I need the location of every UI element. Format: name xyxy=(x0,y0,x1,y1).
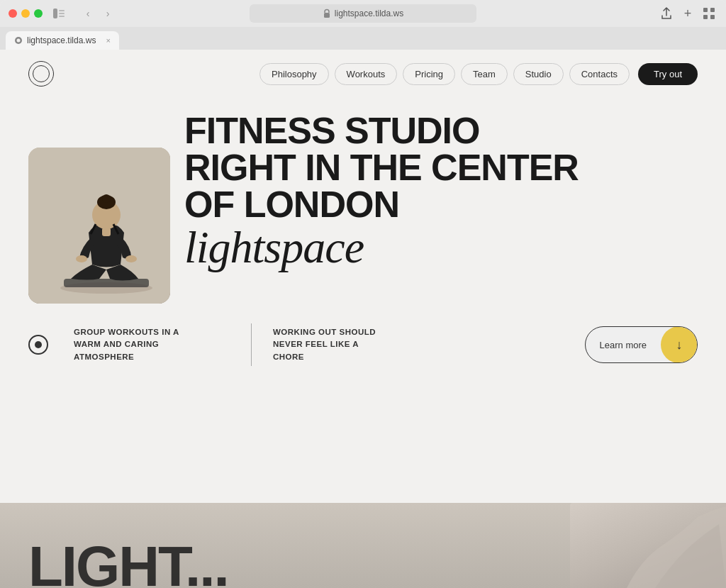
sidebar-icon[interactable] xyxy=(50,5,68,22)
back-button[interactable]: ‹ xyxy=(79,5,96,22)
forward-button[interactable]: › xyxy=(99,5,116,22)
hand-svg xyxy=(570,503,726,588)
browser-titlebar: ‹ › lightspace.tilda.ws + xyxy=(0,0,726,27)
learn-more-button[interactable]: Learn more ↓ xyxy=(585,326,698,363)
address-bar[interactable]: lightspace.tilda.ws xyxy=(250,4,476,23)
bottom-section-bg: LIGHT... xyxy=(0,503,726,588)
divider-line xyxy=(251,323,252,366)
tab-title: lightspace.tilda.ws xyxy=(27,35,96,45)
tab-bar: lightspace.tilda.ws × xyxy=(0,27,726,50)
grid-icon[interactable] xyxy=(700,5,717,22)
website-content: Philosophy Workouts Pricing Team Studio … xyxy=(0,50,726,588)
learn-more-label: Learn more xyxy=(586,340,661,350)
svg-rect-6 xyxy=(710,8,715,12)
site-logo[interactable] xyxy=(28,61,54,87)
svg-rect-13 xyxy=(64,279,149,287)
svg-rect-0 xyxy=(53,9,57,18)
tab-favicon xyxy=(14,36,23,45)
svg-rect-7 xyxy=(703,15,708,19)
radio-dot xyxy=(35,341,42,348)
svg-rect-2 xyxy=(59,13,65,14)
bottom-section: LIGHT... xyxy=(0,503,726,588)
logo-inner-ring xyxy=(33,65,50,82)
hero-bottom-row: GROUP WORKOUTS IN A WARM AND CARING ATMO… xyxy=(28,323,698,366)
svg-rect-3 xyxy=(59,16,65,17)
svg-rect-1 xyxy=(59,10,65,11)
maximize-button[interactable] xyxy=(34,9,43,18)
svg-point-16 xyxy=(102,194,111,203)
svg-rect-8 xyxy=(710,15,715,19)
hero-title-row: FITNESS STUDIO RIGHT IN THE CENTER OF LO… xyxy=(28,112,698,304)
browser-nav-buttons: ‹ › xyxy=(79,5,116,22)
feature-text-2: WORKING OUT SHOULD NEVER FEEL LIKE A CHO… xyxy=(273,326,386,363)
tryout-button[interactable]: Try out xyxy=(638,63,698,85)
learn-more-arrow-icon: ↓ xyxy=(661,326,698,363)
svg-rect-5 xyxy=(703,8,708,12)
share-icon[interactable] xyxy=(658,5,675,22)
url-text: lightspace.tilda.ws xyxy=(335,9,403,18)
hero-section: FITNESS STUDIO RIGHT IN THE CENTER OF LO… xyxy=(0,98,726,366)
bottom-partial-text: LIGHT... xyxy=(0,538,257,588)
hero-title-line2: RIGHT IN THE CENTER xyxy=(184,149,698,186)
new-tab-icon[interactable]: + xyxy=(679,5,696,22)
hero-text: FITNESS STUDIO RIGHT IN THE CENTER OF LO… xyxy=(170,112,698,272)
nav-link-team[interactable]: Team xyxy=(461,63,508,85)
hero-image-placeholder xyxy=(28,148,170,304)
svg-point-10 xyxy=(17,39,21,43)
feature-text-1: GROUP WORKOUTS IN A WARM AND CARING ATMO… xyxy=(74,326,187,363)
hero-brand-name: lightspace xyxy=(184,223,698,272)
svg-rect-19 xyxy=(102,228,111,236)
svg-point-17 xyxy=(76,255,87,262)
nav-link-studio[interactable]: Studio xyxy=(513,63,564,85)
close-button[interactable] xyxy=(9,9,17,18)
toolbar-right: + xyxy=(658,5,717,22)
minimize-button[interactable] xyxy=(21,9,30,18)
address-bar-container: lightspace.tilda.ws xyxy=(250,4,476,23)
nav-link-workouts[interactable]: Workouts xyxy=(335,63,398,85)
tab-close-button[interactable]: × xyxy=(106,36,111,45)
nav-link-contacts[interactable]: Contacts xyxy=(569,63,630,85)
svg-rect-4 xyxy=(324,13,330,18)
active-tab[interactable]: lightspace.tilda.ws × xyxy=(6,31,119,50)
hero-image xyxy=(28,148,170,304)
hero-title-line3: OF LONDON xyxy=(184,186,698,223)
person-svg xyxy=(28,148,170,304)
bottom-hand-image xyxy=(570,503,726,588)
nav-links-container: Philosophy Workouts Pricing Team Studio … xyxy=(259,63,698,85)
radio-indicator[interactable] xyxy=(28,335,48,355)
lock-icon xyxy=(323,9,331,18)
nav-link-pricing[interactable]: Pricing xyxy=(403,63,455,85)
svg-point-18 xyxy=(125,255,137,262)
site-navigation: Philosophy Workouts Pricing Team Studio … xyxy=(0,50,726,98)
hero-title-line1: FITNESS STUDIO xyxy=(184,112,698,149)
nav-link-philosophy[interactable]: Philosophy xyxy=(259,63,329,85)
traffic-lights xyxy=(9,9,43,18)
